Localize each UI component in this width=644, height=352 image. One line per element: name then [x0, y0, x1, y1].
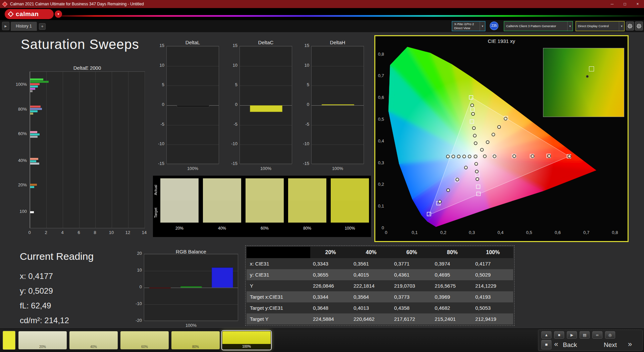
table-row-label: Target x:CIE31 [247, 291, 310, 302]
deltac-chart: DeltaC151050-5-10-15100% [221, 40, 297, 175]
x-tick-label: 2 [41, 230, 51, 235]
workflow-options-button[interactable] [635, 21, 643, 31]
actual-swatch [246, 178, 284, 200]
close-button[interactable]: × [631, 0, 644, 8]
maximize-button[interactable]: □ [619, 0, 631, 8]
workspace: Saturation Sweeps DeltaE 200002468101214… [0, 32, 644, 329]
y-tick-label: 0,7 [375, 73, 384, 78]
x-tick-label: 100% [239, 166, 292, 171]
next-chevron-icon[interactable]: » [628, 340, 635, 349]
table-row: Target x:CIE310,33440,35640,37730,39690,… [247, 291, 513, 302]
table-row-label: Y [247, 280, 310, 291]
pattern-button-20%[interactable]: 20% [18, 331, 67, 350]
y-tick-label: 0,2 [375, 182, 384, 187]
app-window: Calman 2021 Calman Ultimate for Business… [0, 0, 644, 352]
display-dropdown-arrow-icon[interactable]: ▾ [619, 21, 624, 31]
table-cell: 0,3561 [351, 258, 391, 269]
eject-button[interactable]: ▲ [541, 331, 551, 339]
deltae-bar [30, 110, 38, 112]
tab-history-1[interactable]: History 1 [11, 22, 37, 31]
stop-button[interactable]: ■ [554, 331, 564, 339]
reading-y: y: 0,5029 [20, 284, 117, 298]
source-dropdown-arrow-icon[interactable]: ▾ [567, 21, 573, 31]
pattern-button[interactable]: ▤ [580, 331, 590, 339]
actual-swatch [160, 178, 199, 200]
calman-diamond-icon [8, 11, 14, 17]
chart-plot [166, 46, 219, 164]
calman-logo-button[interactable]: calman [5, 9, 54, 19]
table-cell: 219,0703 [391, 280, 432, 291]
gridline [312, 125, 364, 125]
pattern-bar: 20%40%60%80%100%▲■▶▤∞◎■«BackNext» [0, 329, 644, 352]
meter-status-badge[interactable]: 235 [490, 21, 498, 30]
table-cell: 217,6172 [391, 313, 432, 325]
pattern-button-40%[interactable]: 40% [69, 331, 118, 350]
link-button[interactable]: ∞ [592, 331, 602, 339]
meter-dropdown[interactable]: X-Rite i1Pro 2 Direct View ▾ [452, 21, 485, 31]
deltae-bar [30, 113, 33, 115]
target-row-label: Target [154, 202, 158, 223]
gridline [167, 85, 219, 86]
chart-title: DeltaH [311, 40, 364, 45]
display-control-dropdown[interactable]: Direct Display Control ▾ [576, 21, 625, 31]
pattern-button-80%[interactable]: 80% [171, 331, 220, 350]
table-cell: 0,4361 [391, 269, 432, 280]
gridline [79, 72, 79, 228]
rgb-balance-chart: RGB Balance20100-10-20100% [121, 249, 243, 332]
y-tick-label: 15 [148, 43, 164, 48]
y-tick-label: 100 [6, 209, 27, 214]
back-button[interactable]: Back [563, 341, 586, 349]
deltae-bar [30, 136, 38, 138]
table-cell: 0,4695 [432, 269, 473, 280]
table-cell: 0,4177 [473, 258, 513, 269]
x-tick-label: 6 [74, 230, 84, 235]
gridline [312, 85, 364, 86]
tab-scroll-button[interactable]: ▶ [2, 22, 9, 30]
pattern-source-dropdown[interactable]: CalMAN Client 3 Pattern Generator ▾ [504, 21, 573, 31]
pattern-button-100%[interactable]: 100% [222, 331, 271, 350]
cie-1931-diagram: CIE 1931 xy00,10,20,30,40,50,60,70,800,1… [374, 35, 629, 242]
pattern-label: 40% [69, 345, 118, 349]
x-tick-label: 100% [311, 166, 364, 171]
meter-dropdown-arrow-icon[interactable]: ▾ [480, 21, 485, 31]
back-chevron-icon[interactable]: « [554, 340, 561, 349]
actual-swatch [331, 178, 369, 200]
gridline [312, 105, 364, 106]
table-cell: 226,0846 [310, 280, 351, 291]
pattern-label: 100% [222, 344, 271, 349]
delta-bar [322, 104, 354, 105]
table-row-label: x: CIE31 [247, 258, 310, 269]
table-cell: 0,3969 [432, 291, 473, 302]
big-stop-button[interactable]: ■ [541, 340, 551, 349]
deltae-bar [30, 163, 39, 165]
next-button[interactable]: Next [604, 341, 627, 349]
loop-button[interactable]: ◎ [605, 331, 615, 339]
add-tab-button[interactable]: + [39, 23, 46, 30]
rgb-bar-red [149, 288, 171, 288]
pattern-button-60%[interactable]: 60% [120, 331, 169, 350]
y-tick-label: 20% [6, 182, 27, 187]
table-cell: 0,3648 [310, 302, 351, 313]
deltah-chart: DeltaH151050-5-10-15100% [292, 40, 368, 175]
gridline [144, 321, 238, 321]
y-tick-label: -10 [123, 301, 142, 306]
y-tick-label: 80% [6, 107, 27, 112]
window-title: Calman 2021 Calman Ultimate for Business… [10, 2, 144, 6]
minimize-button[interactable]: ─ [606, 0, 619, 8]
y-tick-label: 10 [293, 63, 309, 68]
play-button[interactable]: ▶ [567, 331, 577, 339]
gridline [63, 72, 63, 228]
rgb-bar-green [180, 286, 202, 288]
settings-gear-button[interactable] [626, 21, 634, 31]
pattern-window-button[interactable] [3, 331, 15, 350]
pattern-label: 20% [18, 345, 67, 349]
y-tick-label: 0,8 [375, 52, 384, 57]
swatch-label: 20% [160, 226, 199, 231]
rainbow-gradient [60, 15, 644, 17]
logo-menu-chevron-icon[interactable]: ▾ [55, 10, 62, 18]
toolbar: ▶ History 1 + X-Rite i1Pro 2 Direct View… [0, 20, 644, 32]
swatch-label: 100% [331, 226, 369, 231]
gridline [144, 304, 238, 305]
current-reading-title: Current Reading [20, 251, 117, 262]
cie-zoom-inset [543, 48, 624, 117]
